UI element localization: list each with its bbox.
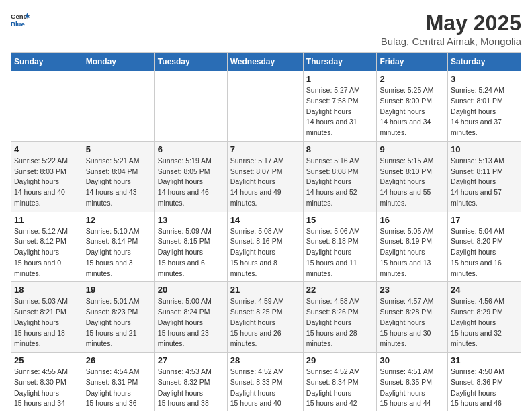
day-number: 3 — [451, 74, 518, 84]
day-info: Sunrise: 5:15 AMSunset: 8:10 PMDaylight … — [380, 156, 445, 209]
day-info: Sunrise: 5:09 AMSunset: 8:15 PMDaylight … — [158, 226, 224, 279]
day-number: 9 — [380, 144, 445, 154]
col-header-sunday: Sunday — [11, 53, 83, 71]
col-header-monday: Monday — [83, 53, 154, 71]
day-info: Sunrise: 4:50 AMSunset: 8:36 PMDaylight … — [451, 367, 518, 411]
day-info: Sunrise: 5:19 AMSunset: 8:05 PMDaylight … — [158, 156, 224, 209]
day-cell: 17Sunrise: 5:04 AMSunset: 8:20 PMDayligh… — [448, 212, 521, 282]
day-number: 24 — [451, 285, 518, 295]
day-cell: 3Sunrise: 5:24 AMSunset: 8:01 PMDaylight… — [448, 71, 521, 142]
day-cell: 16Sunrise: 5:05 AMSunset: 8:19 PMDayligh… — [377, 212, 448, 282]
logo: General Blue — [11, 11, 30, 30]
day-number: 14 — [230, 215, 300, 225]
day-info: Sunrise: 4:59 AMSunset: 8:25 PMDaylight … — [230, 296, 300, 349]
day-cell — [83, 71, 154, 142]
day-cell: 27Sunrise: 4:53 AMSunset: 8:32 PMDayligh… — [154, 353, 227, 412]
week-row-3: 11Sunrise: 5:12 AMSunset: 8:12 PMDayligh… — [11, 212, 521, 282]
day-number: 2 — [380, 74, 445, 84]
week-row-4: 18Sunrise: 5:03 AMSunset: 8:21 PMDayligh… — [11, 282, 521, 353]
day-number: 18 — [14, 285, 80, 295]
day-info: Sunrise: 5:13 AMSunset: 8:11 PMDaylight … — [451, 156, 518, 209]
day-cell: 26Sunrise: 4:54 AMSunset: 8:31 PMDayligh… — [83, 353, 154, 412]
day-cell: 1Sunrise: 5:27 AMSunset: 7:58 PMDaylight… — [303, 71, 377, 142]
day-number: 6 — [158, 144, 224, 154]
day-number: 27 — [158, 355, 224, 365]
day-number: 12 — [86, 215, 152, 225]
day-cell: 11Sunrise: 5:12 AMSunset: 8:12 PMDayligh… — [11, 212, 83, 282]
day-cell: 30Sunrise: 4:51 AMSunset: 8:35 PMDayligh… — [377, 353, 448, 412]
day-cell: 21Sunrise: 4:59 AMSunset: 8:25 PMDayligh… — [227, 282, 303, 353]
day-number: 10 — [451, 144, 518, 154]
day-info: Sunrise: 4:51 AMSunset: 8:35 PMDaylight … — [380, 367, 445, 411]
week-row-2: 4Sunrise: 5:22 AMSunset: 8:03 PMDaylight… — [11, 141, 521, 212]
day-info: Sunrise: 5:01 AMSunset: 8:23 PMDaylight … — [86, 296, 152, 349]
day-cell — [227, 71, 303, 142]
day-number: 16 — [380, 215, 445, 225]
day-info: Sunrise: 5:08 AMSunset: 8:16 PMDaylight … — [230, 226, 300, 279]
day-number: 31 — [451, 355, 518, 365]
header: General Blue May 2025 Bulag, Central Aim… — [11, 11, 521, 47]
day-info: Sunrise: 5:10 AMSunset: 8:14 PMDaylight … — [86, 226, 152, 279]
col-header-thursday: Thursday — [303, 53, 377, 71]
day-number: 8 — [306, 144, 374, 154]
day-info: Sunrise: 5:06 AMSunset: 8:18 PMDaylight … — [306, 226, 374, 279]
calendar-table: SundayMondayTuesdayWednesdayThursdayFrid… — [11, 52, 521, 411]
day-cell: 5Sunrise: 5:21 AMSunset: 8:04 PMDaylight… — [83, 141, 154, 212]
day-cell: 31Sunrise: 4:50 AMSunset: 8:36 PMDayligh… — [448, 353, 521, 412]
day-info: Sunrise: 4:52 AMSunset: 8:34 PMDaylight … — [306, 367, 374, 411]
day-cell: 8Sunrise: 5:16 AMSunset: 8:08 PMDaylight… — [303, 141, 377, 212]
day-cell: 25Sunrise: 4:55 AMSunset: 8:30 PMDayligh… — [11, 353, 83, 412]
day-number: 30 — [380, 355, 445, 365]
day-info: Sunrise: 5:17 AMSunset: 8:07 PMDaylight … — [230, 156, 300, 209]
day-number: 13 — [158, 215, 224, 225]
day-info: Sunrise: 5:03 AMSunset: 8:21 PMDaylight … — [14, 296, 80, 349]
day-cell: 24Sunrise: 4:56 AMSunset: 8:29 PMDayligh… — [448, 282, 521, 353]
day-number: 7 — [230, 144, 300, 154]
day-number: 22 — [306, 285, 374, 295]
day-number: 29 — [306, 355, 374, 365]
day-info: Sunrise: 5:24 AMSunset: 8:01 PMDaylight … — [451, 85, 518, 138]
day-info: Sunrise: 5:04 AMSunset: 8:20 PMDaylight … — [451, 226, 518, 279]
day-cell: 28Sunrise: 4:52 AMSunset: 8:33 PMDayligh… — [227, 353, 303, 412]
day-number: 5 — [86, 144, 152, 154]
week-row-5: 25Sunrise: 4:55 AMSunset: 8:30 PMDayligh… — [11, 353, 521, 412]
day-info: Sunrise: 5:12 AMSunset: 8:12 PMDaylight … — [14, 226, 80, 279]
day-cell: 14Sunrise: 5:08 AMSunset: 8:16 PMDayligh… — [227, 212, 303, 282]
main-title: May 2025 — [381, 11, 521, 36]
day-number: 11 — [14, 215, 80, 225]
day-number: 20 — [158, 285, 224, 295]
day-cell: 19Sunrise: 5:01 AMSunset: 8:23 PMDayligh… — [83, 282, 154, 353]
day-number: 19 — [86, 285, 152, 295]
day-info: Sunrise: 5:27 AMSunset: 7:58 PMDaylight … — [306, 85, 374, 138]
day-info: Sunrise: 4:57 AMSunset: 8:28 PMDaylight … — [380, 296, 445, 349]
svg-text:Blue: Blue — [11, 20, 25, 28]
week-row-1: 1Sunrise: 5:27 AMSunset: 7:58 PMDaylight… — [11, 71, 521, 142]
day-info: Sunrise: 5:00 AMSunset: 8:24 PMDaylight … — [158, 296, 224, 349]
day-number: 1 — [306, 74, 374, 84]
subtitle: Bulag, Central Aimak, Mongolia — [381, 36, 521, 47]
day-info: Sunrise: 4:56 AMSunset: 8:29 PMDaylight … — [451, 296, 518, 349]
day-number: 28 — [230, 355, 300, 365]
header-row: SundayMondayTuesdayWednesdayThursdayFrid… — [11, 53, 521, 71]
day-number: 23 — [380, 285, 445, 295]
day-info: Sunrise: 5:25 AMSunset: 8:00 PMDaylight … — [380, 85, 445, 138]
day-cell — [154, 71, 227, 142]
day-number: 4 — [14, 144, 80, 154]
day-info: Sunrise: 4:53 AMSunset: 8:32 PMDaylight … — [158, 367, 224, 411]
title-area: May 2025 Bulag, Central Aimak, Mongolia — [381, 11, 521, 47]
col-header-saturday: Saturday — [448, 53, 521, 71]
day-number: 25 — [14, 355, 80, 365]
day-number: 15 — [306, 215, 374, 225]
day-cell: 6Sunrise: 5:19 AMSunset: 8:05 PMDaylight… — [154, 141, 227, 212]
day-cell: 2Sunrise: 5:25 AMSunset: 8:00 PMDaylight… — [377, 71, 448, 142]
day-cell: 29Sunrise: 4:52 AMSunset: 8:34 PMDayligh… — [303, 353, 377, 412]
day-info: Sunrise: 4:55 AMSunset: 8:30 PMDaylight … — [14, 367, 80, 411]
col-header-wednesday: Wednesday — [227, 53, 303, 71]
day-info: Sunrise: 4:52 AMSunset: 8:33 PMDaylight … — [230, 367, 300, 411]
day-info: Sunrise: 4:58 AMSunset: 8:26 PMDaylight … — [306, 296, 374, 349]
day-cell: 7Sunrise: 5:17 AMSunset: 8:07 PMDaylight… — [227, 141, 303, 212]
day-info: Sunrise: 5:21 AMSunset: 8:04 PMDaylight … — [86, 156, 152, 209]
day-number: 17 — [451, 215, 518, 225]
day-cell — [11, 71, 83, 142]
day-cell: 13Sunrise: 5:09 AMSunset: 8:15 PMDayligh… — [154, 212, 227, 282]
